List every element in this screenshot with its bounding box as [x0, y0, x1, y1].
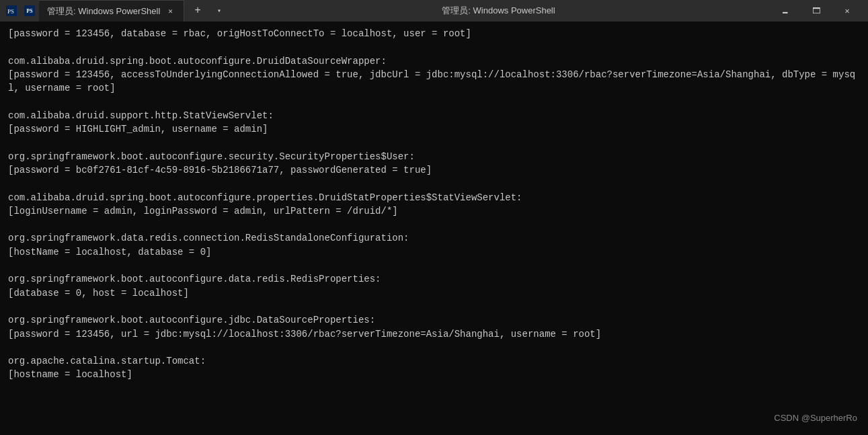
active-tab[interactable]: 管理员: Windows PowerShell ✕ — [39, 0, 184, 22]
tab-ps-icon: PS — [24, 5, 35, 16]
close-button[interactable]: ✕ — [832, 0, 863, 22]
titlebar-left: PS PS 管理员: Windows PowerShell ✕ + ▾ — [5, 0, 227, 22]
terminal-output: [password = 123456, database = rbac, ori… — [8, 27, 860, 382]
titlebar: PS PS 管理员: Windows PowerShell ✕ + ▾ 管理员:… — [0, 0, 868, 22]
new-tab-button[interactable]: + — [188, 1, 207, 20]
maximize-button[interactable]: 🗖 — [801, 0, 832, 22]
powershell-icon: PS — [5, 5, 17, 17]
svg-text:PS: PS — [7, 8, 14, 15]
window-title: 管理员: Windows PowerShell — [442, 5, 555, 17]
tab-dropdown-button[interactable]: ▾ — [211, 3, 227, 19]
titlebar-right: 🗕 🗖 ✕ — [770, 0, 863, 22]
minimize-button[interactable]: 🗕 — [770, 0, 801, 22]
terminal-body: [password = 123456, database = rbac, ori… — [0, 22, 868, 435]
tab-label: 管理员: Windows PowerShell — [47, 5, 160, 17]
watermark: CSDN @SuperherRo — [774, 413, 857, 423]
titlebar-center: 管理员: Windows PowerShell — [227, 5, 770, 17]
tab-close-button[interactable]: ✕ — [165, 5, 175, 17]
